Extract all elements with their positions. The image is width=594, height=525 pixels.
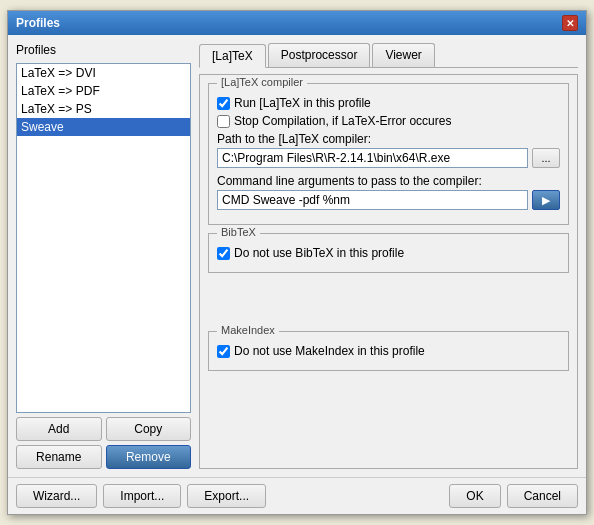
- dialog-body: Profiles LaTeX => DVI LaTeX => PDF LaTeX…: [8, 35, 586, 477]
- ok-button[interactable]: OK: [449, 484, 500, 508]
- path-label: Path to the [La]TeX compiler:: [217, 132, 560, 146]
- profiles-label: Profiles: [16, 43, 191, 57]
- list-item-selected[interactable]: Sweave: [17, 118, 190, 136]
- list-item[interactable]: LaTeX => PS: [17, 100, 190, 118]
- export-button[interactable]: Export...: [187, 484, 266, 508]
- dialog: Profiles ✕ Profiles LaTeX => DVI LaTeX =…: [7, 10, 587, 515]
- bibtex-group-content: Do not use BibTeX in this profile: [217, 246, 560, 260]
- profiles-list[interactable]: LaTeX => DVI LaTeX => PDF LaTeX => PS Sw…: [16, 63, 191, 413]
- run-checkbox-row: Run [La]TeX in this profile: [217, 96, 560, 110]
- compiler-group-label: [La]TeX compiler: [217, 76, 307, 88]
- left-panel: Profiles LaTeX => DVI LaTeX => PDF LaTeX…: [16, 43, 191, 469]
- cancel-button[interactable]: Cancel: [507, 484, 578, 508]
- stop-checkbox[interactable]: [217, 115, 230, 128]
- remove-button[interactable]: Remove: [106, 445, 192, 469]
- compiler-group: [La]TeX compiler Run [La]TeX in this pro…: [208, 83, 569, 225]
- close-button[interactable]: ✕: [562, 15, 578, 31]
- path-browse-button[interactable]: ...: [532, 148, 560, 168]
- cmd-arrow-button[interactable]: ▶: [532, 190, 560, 210]
- footer-left: Wizard... Import... Export...: [16, 484, 266, 508]
- compiler-group-content: Run [La]TeX in this profile Stop Compila…: [217, 96, 560, 210]
- run-label-text: Run [La]TeX in this profile: [234, 96, 371, 110]
- btn-row-1: Add Copy: [16, 417, 191, 441]
- tab-latex[interactable]: [La]TeX: [199, 44, 266, 68]
- list-item[interactable]: LaTeX => PDF: [17, 82, 190, 100]
- bibtex-label-text: Do not use BibTeX in this profile: [234, 246, 404, 260]
- cmd-input-row: ▶: [217, 190, 560, 210]
- stop-checkbox-row: Stop Compilation, if LaTeX-Error occures: [217, 114, 560, 128]
- cmd-input[interactable]: [217, 190, 528, 210]
- makeindex-group-label: MakeIndex: [217, 324, 279, 336]
- bibtex-checkbox-label: Do not use BibTeX in this profile: [234, 246, 404, 260]
- wizard-button[interactable]: Wizard...: [16, 484, 97, 508]
- makeindex-label-text: Do not use MakeIndex in this profile: [234, 344, 425, 358]
- copy-button[interactable]: Copy: [106, 417, 192, 441]
- rename-button[interactable]: Rename: [16, 445, 102, 469]
- footer-right: OK Cancel: [449, 484, 578, 508]
- makeindex-group: MakeIndex Do not use MakeIndex in this p…: [208, 331, 569, 371]
- tab-bar: [La]TeX Postprocessor Viewer: [199, 43, 578, 68]
- bibtex-checkbox-row: Do not use BibTeX in this profile: [217, 246, 560, 260]
- bibtex-group-label: BibTeX: [217, 226, 260, 238]
- path-input[interactable]: [217, 148, 528, 168]
- dialog-title: Profiles: [16, 16, 60, 30]
- title-bar: Profiles ✕: [8, 11, 586, 35]
- add-button[interactable]: Add: [16, 417, 102, 441]
- left-buttons: Add Copy Rename Remove: [16, 417, 191, 469]
- makeindex-checkbox-row: Do not use MakeIndex in this profile: [217, 344, 560, 358]
- bibtex-checkbox[interactable]: [217, 247, 230, 260]
- makeindex-checkbox-label: Do not use MakeIndex in this profile: [234, 344, 425, 358]
- path-input-row: ...: [217, 148, 560, 168]
- import-button[interactable]: Import...: [103, 484, 181, 508]
- tab-postprocessor[interactable]: Postprocessor: [268, 43, 371, 67]
- bibtex-group: BibTeX Do not use BibTeX in this profile: [208, 233, 569, 273]
- run-checkbox[interactable]: [217, 97, 230, 110]
- btn-row-2: Rename Remove: [16, 445, 191, 469]
- tab-content-latex: [La]TeX compiler Run [La]TeX in this pro…: [199, 74, 578, 469]
- right-panel: [La]TeX Postprocessor Viewer [La]TeX com…: [199, 43, 578, 469]
- run-checkbox-label: Run [La]TeX in this profile: [234, 96, 371, 110]
- makeindex-checkbox[interactable]: [217, 345, 230, 358]
- list-item[interactable]: LaTeX => DVI: [17, 64, 190, 82]
- stop-label-text: Stop Compilation, if LaTeX-Error occures: [234, 114, 451, 128]
- stop-checkbox-label: Stop Compilation, if LaTeX-Error occures: [234, 114, 451, 128]
- dialog-footer: Wizard... Import... Export... OK Cancel: [8, 477, 586, 514]
- cmd-label: Command line arguments to pass to the co…: [217, 174, 560, 188]
- tab-viewer[interactable]: Viewer: [372, 43, 434, 67]
- makeindex-group-content: Do not use MakeIndex in this profile: [217, 344, 560, 358]
